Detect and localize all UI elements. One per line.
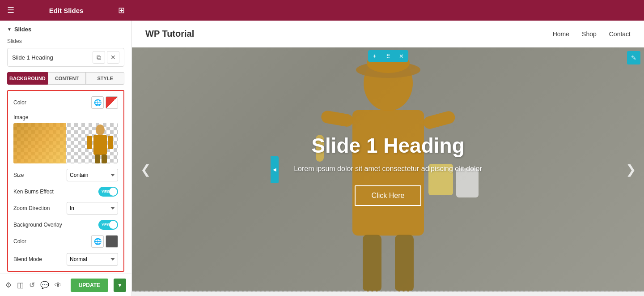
slide-heading: Slide 1 Heading — [294, 133, 482, 158]
color-controls: 🌐 — [91, 96, 118, 109]
globe-button[interactable]: 🌐 — [91, 96, 104, 109]
visibility-icon[interactable]: 👁 — [55, 281, 62, 289]
slide-prev-arrow[interactable]: ❮ — [136, 161, 154, 179]
ken-burns-row: Ken Burns Effect YES — [13, 187, 118, 197]
bg-overlay-toggle[interactable]: YES — [98, 220, 118, 230]
slides-sublabel: Slides — [7, 38, 124, 44]
overlay-globe-button[interactable]: 🌐 — [91, 235, 104, 248]
slide-edit-button[interactable]: ✎ — [627, 51, 640, 64]
sidebar: ▼ Slides Slides Slide 1 Heading ⧉ ✕ BACK… — [0, 21, 132, 296]
overlay-toggle-knob — [109, 221, 117, 229]
zoom-direction-label: Zoom Direction — [13, 205, 67, 211]
zoom-direction-select[interactable]: In Out — [67, 202, 118, 214]
ken-burns-label: Ken Burns Effect — [13, 189, 98, 195]
slide-subheading: Lorem ipsum dolor sit amet consectetur a… — [294, 165, 482, 173]
person-silhouette-svg — [60, 123, 114, 163]
slides-section-label: Slides — [14, 26, 31, 33]
overlay-color-controls: 🌐 — [91, 235, 118, 248]
svg-rect-2 — [87, 136, 92, 149]
top-bar-title: Edit Slides — [20, 7, 113, 14]
blend-mode-row: Blend Mode Normal Multiply Screen Overla… — [13, 253, 118, 266]
sidebar-footer: ⚙ ◫ ↺ 💬 👁 UPDATE ▼ — [0, 274, 131, 296]
update-arrow-button[interactable]: ▼ — [114, 279, 126, 292]
tab-background[interactable]: BACKGROUND — [7, 72, 48, 85]
size-row: Size Contain Cover Auto — [13, 169, 118, 181]
color-swatch[interactable] — [106, 96, 118, 109]
bg-overlay-label: Background Overlay — [13, 222, 98, 228]
color-label: Color — [13, 99, 91, 106]
image-preview[interactable] — [13, 123, 118, 163]
slide-block-handle[interactable]: ◀ — [271, 156, 279, 183]
slide-toolbar-move[interactable]: ⠿ — [381, 50, 395, 62]
top-bar: ☰ Edit Slides ⊞ — [0, 0, 644, 21]
update-button[interactable]: UPDATE — [71, 279, 108, 292]
toggle-knob — [109, 188, 117, 196]
top-bar-left: ☰ Edit Slides ⊞ — [0, 5, 132, 15]
history-icon[interactable]: ↺ — [29, 281, 35, 289]
svg-rect-4 — [95, 154, 100, 163]
chevron-down-icon: ▼ — [7, 27, 12, 32]
size-select[interactable]: Contain Cover Auto — [67, 169, 118, 181]
overlay-toggle-yes-label: YES — [102, 223, 110, 227]
image-label: Image — [13, 114, 118, 120]
image-preview-figure — [55, 123, 118, 163]
site-title: WP Tutorial — [145, 29, 553, 39]
svg-rect-15 — [363, 235, 381, 292]
slide-toolbar: ＋ ⠿ ✕ — [368, 50, 408, 62]
background-settings-panel: Color 🌐 Image — [7, 90, 124, 272]
wp-nav-links: Home Shop Contact — [553, 30, 631, 38]
svg-rect-3 — [108, 136, 113, 149]
overlay-color-row: Color 🌐 — [13, 235, 118, 248]
svg-point-0 — [96, 124, 105, 135]
slide-item-name: Slide 1 Heading — [12, 54, 91, 61]
bg-overlay-row: Background Overlay YES — [13, 220, 118, 230]
wp-navbar: WP Tutorial Home Shop Contact — [132, 21, 644, 47]
slide-next-arrow[interactable]: ❯ — [622, 161, 640, 179]
slide-cta-button[interactable]: Click Here — [355, 185, 422, 206]
color-row: Color 🌐 — [13, 96, 118, 109]
nav-link-shop[interactable]: Shop — [582, 30, 597, 38]
zoom-direction-row: Zoom Direction In Out — [13, 202, 118, 214]
image-label-row: Image — [13, 114, 118, 120]
comments-icon[interactable]: 💬 — [40, 281, 49, 289]
slide-content: Slide 1 Heading Lorem ipsum dolor sit am… — [285, 124, 491, 215]
svg-rect-16 — [395, 235, 414, 292]
ken-burns-toggle[interactable]: YES — [98, 187, 118, 197]
size-label: Size — [13, 172, 67, 178]
blend-mode-label: Blend Mode — [13, 256, 67, 262]
block-handle-icon: ◀ — [273, 167, 276, 172]
main-layout: ▼ Slides Slides Slide 1 Heading ⧉ ✕ BACK… — [0, 21, 644, 296]
sidebar-content: ▼ Slides Slides Slide 1 Heading ⧉ ✕ BACK… — [0, 21, 131, 274]
svg-rect-1 — [93, 135, 107, 155]
slide-preview-container: Slide 1 Heading Lorem ipsum dolor sit am… — [132, 47, 644, 292]
nav-link-home[interactable]: Home — [553, 30, 569, 38]
nav-link-contact[interactable]: Contact — [609, 30, 631, 38]
slide-preview: Slide 1 Heading Lorem ipsum dolor sit am… — [132, 47, 644, 292]
preview-area: WP Tutorial Home Shop Contact — [132, 21, 644, 296]
hamburger-icon[interactable]: ☰ — [7, 5, 14, 15]
slide-item: Slide 1 Heading ⧉ ✕ — [7, 48, 124, 67]
slide-toolbar-close[interactable]: ✕ — [395, 50, 408, 62]
dashed-border-bottom — [132, 291, 644, 292]
tab-content[interactable]: CONTENT — [48, 72, 86, 85]
layers-icon[interactable]: ◫ — [17, 281, 24, 289]
blend-mode-select[interactable]: Normal Multiply Screen Overlay — [67, 253, 118, 266]
grid-icon[interactable]: ⊞ — [118, 5, 125, 15]
copy-slide-button[interactable]: ⧉ — [93, 51, 105, 64]
slides-section-header[interactable]: ▼ Slides — [7, 26, 124, 33]
delete-slide-button[interactable]: ✕ — [107, 51, 119, 64]
overlay-color-label: Color — [13, 238, 91, 245]
tabs-row: BACKGROUND CONTENT STYLE — [7, 72, 124, 85]
toggle-yes-label: YES — [102, 189, 110, 194]
slide-toolbar-add[interactable]: ＋ — [368, 50, 381, 62]
settings-icon[interactable]: ⚙ — [5, 281, 12, 289]
svg-rect-5 — [102, 154, 107, 163]
tab-style[interactable]: STYLE — [86, 72, 124, 85]
overlay-color-swatch[interactable] — [106, 235, 118, 248]
